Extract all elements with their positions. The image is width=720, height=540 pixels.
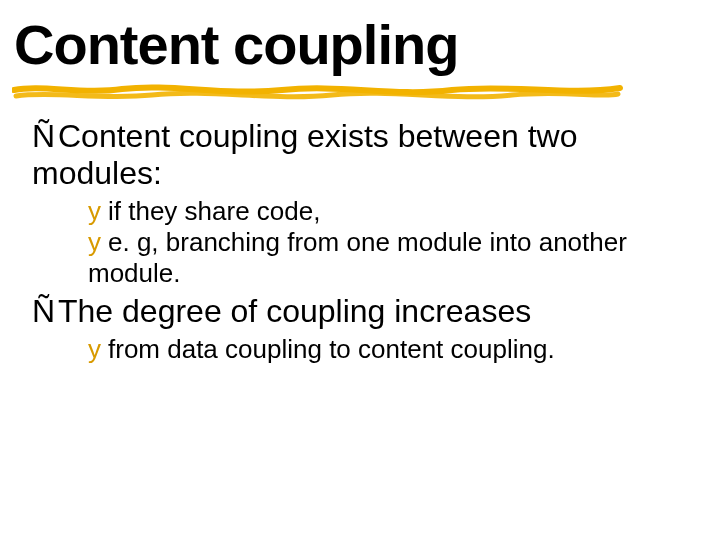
bullet-marker: Ñ (32, 293, 58, 330)
bullet-marker: y (88, 334, 108, 365)
bullet-main-1: ÑContent coupling exists between two mod… (32, 118, 696, 192)
bullet-text: e. g, branching from one module into ano… (88, 227, 627, 288)
bullet-sub-1b: ye. g, branching from one module into an… (88, 227, 696, 289)
bullet-text: from data coupling to content coupling. (108, 334, 555, 364)
bullet-marker: Ñ (32, 118, 58, 155)
bullet-sub-1a: yif they share code, (88, 196, 696, 227)
slide-body: ÑContent coupling exists between two mod… (32, 118, 696, 369)
bullet-text: if they share code, (108, 196, 320, 226)
bullet-main-2: ÑThe degree of coupling increases (32, 293, 696, 330)
bullet-sub-2a: yfrom data coupling to content coupling. (88, 334, 696, 365)
bullet-marker: y (88, 227, 108, 258)
bullet-text: The degree of coupling increases (58, 293, 531, 329)
bullet-text: Content coupling exists between two modu… (32, 118, 577, 191)
slide-title: Content coupling (14, 12, 458, 77)
title-underline (12, 80, 624, 102)
bullet-marker: y (88, 196, 108, 227)
